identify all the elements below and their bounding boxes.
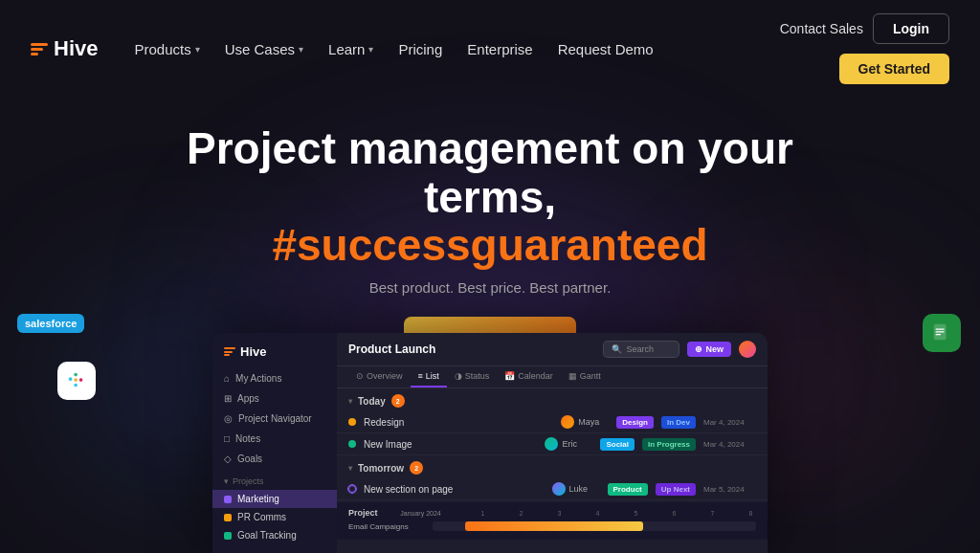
- gantt-row: Email Campaigns: [348, 521, 756, 531]
- navigator-icon: ◎: [224, 413, 233, 424]
- chevron-down-icon: ▾: [224, 476, 229, 486]
- projects-section-label: ▾ Projects: [212, 476, 337, 486]
- table-row: New Image Eric Social In Progress Mar 4,…: [337, 433, 768, 455]
- avatar: [561, 415, 574, 429]
- logo[interactable]: Hive: [31, 36, 98, 61]
- nav-left: Hive Products ▾ Use Cases ▾ Learn ▾ Pric…: [31, 35, 663, 63]
- avatar: [552, 482, 566, 496]
- sidebar-item-project-navigator[interactable]: ◎ Project Navigator: [212, 409, 337, 429]
- list-icon: ≡: [418, 371, 423, 381]
- row-assignee: Maya: [561, 415, 609, 429]
- svg-rect-4: [74, 384, 78, 387]
- nav-links: Products ▾ Use Cases ▾ Learn ▾ Pricing E…: [124, 35, 662, 63]
- status-badge: In Progress: [642, 438, 696, 451]
- app-sidebar-logo: Hive: [212, 344, 337, 368]
- tab-calendar[interactable]: 📅 Calendar: [497, 366, 561, 387]
- tag-social: Social: [600, 438, 635, 451]
- sidebar-item-my-actions[interactable]: ⌂ My Actions: [212, 368, 337, 388]
- tab-gantt[interactable]: ▦ Gantt: [561, 366, 609, 387]
- project-color-dot: [224, 496, 232, 503]
- hero-headline: Project management on your terms, #succe…: [155, 124, 825, 270]
- tab-list[interactable]: ≡ List: [411, 366, 447, 387]
- calendar-icon: 📅: [504, 371, 515, 381]
- app-search[interactable]: 🔍 Search: [603, 341, 679, 358]
- gantt-icon: ▦: [568, 371, 577, 381]
- overview-icon: ⊙: [356, 371, 364, 381]
- apps-icon: ⊞: [224, 393, 232, 404]
- sidebar-item-apps[interactable]: ⊞ Apps: [212, 388, 337, 409]
- gantt-months: January 2024 1 2 3 4 5 6 7 8 9: [378, 510, 768, 517]
- table-row: Redesign Maya Design In Dev Mar 4, 2024: [337, 411, 768, 433]
- chevron-down-icon: ▾: [299, 44, 303, 55]
- status-dot: [348, 485, 356, 493]
- hero-subheadline: Best product. Best price. Best partner.: [38, 279, 942, 296]
- login-button[interactable]: Login: [873, 13, 949, 44]
- search-icon: 🔍: [612, 344, 622, 354]
- row-assignee: Luke: [552, 482, 600, 496]
- app-content: ▾ Today 2 Redesign Maya Design In Dev Ma…: [337, 388, 768, 540]
- status-badge: Up Next: [656, 483, 696, 496]
- tomorrow-section-header[interactable]: ▾ Tomorrow 2: [337, 455, 768, 478]
- nav-pricing[interactable]: Pricing: [389, 35, 452, 63]
- nav-enterprise[interactable]: Enterprise: [457, 35, 542, 63]
- tag-product: Product: [608, 483, 648, 496]
- plus-icon: ⊕: [695, 344, 702, 354]
- app-sidebar-logo-icon: [224, 347, 235, 356]
- status-badge: In Dev: [661, 416, 696, 429]
- app-inner: Hive ⌂ My Actions ⊞ Apps ◎ Project Navig…: [212, 333, 768, 553]
- navigation: Hive Products ▾ Use Cases ▾ Learn ▾ Pric…: [0, 0, 980, 98]
- gantt-preview: Project January 2024 1 2 3 4 5 6 7 8 9: [337, 502, 768, 540]
- nav-use-cases[interactable]: Use Cases ▾: [215, 35, 313, 63]
- notes-icon: □: [224, 433, 230, 444]
- app-header-right: 🔍 Search ⊕ New: [603, 341, 756, 358]
- project-marketing[interactable]: Marketing: [212, 490, 337, 508]
- gantt-bar-container: [433, 521, 756, 531]
- chevron-down-icon: ▾: [368, 44, 373, 55]
- app-sidebar: Hive ⌂ My Actions ⊞ Apps ◎ Project Navig…: [212, 333, 337, 553]
- project-pr-comms[interactable]: PR Comms: [212, 508, 337, 526]
- avatar: [739, 341, 756, 358]
- nav-learn[interactable]: Learn ▾: [319, 35, 383, 63]
- status-dot: [348, 418, 356, 426]
- home-icon: ⌂: [224, 373, 230, 384]
- status-icon: ◑: [455, 371, 462, 381]
- chevron-down-icon: ▾: [348, 464, 352, 473]
- gantt-bar: [465, 521, 643, 531]
- nav-request-demo[interactable]: Request Demo: [548, 35, 663, 63]
- avatar: [545, 437, 558, 451]
- logo-icon: [31, 43, 48, 55]
- get-started-nav-button[interactable]: Get Started: [839, 54, 949, 84]
- chevron-down-icon: ▾: [348, 397, 352, 406]
- chevron-down-icon: ▾: [195, 44, 200, 55]
- nav-products[interactable]: Products ▾: [124, 35, 209, 63]
- project-color-dot: [224, 514, 232, 521]
- tab-status[interactable]: ◑ Status: [447, 366, 498, 387]
- project-goal-tracking[interactable]: Goal Tracking: [212, 526, 337, 544]
- app-screenshot: Hive ⌂ My Actions ⊞ Apps ◎ Project Navig…: [212, 333, 768, 553]
- today-section-header[interactable]: ▾ Today 2: [337, 388, 768, 411]
- table-row: New section on page Luke Product Up Next…: [337, 478, 768, 500]
- hero-tagline: #successguaranteed: [272, 220, 707, 270]
- project-color-dot: [224, 532, 232, 540]
- goals-icon: ◇: [224, 453, 232, 464]
- app-header: Product Launch 🔍 Search ⊕ New: [337, 333, 768, 366]
- nav-right: Contact Sales Login Get Started: [780, 13, 949, 84]
- status-dot: [348, 440, 356, 448]
- nav-right-top: Contact Sales Login: [780, 13, 949, 44]
- tag-design: Design: [616, 416, 654, 429]
- contact-sales-button[interactable]: Contact Sales: [780, 21, 863, 36]
- app-project-title: Product Launch: [348, 343, 435, 356]
- sidebar-item-notes[interactable]: □ Notes: [212, 429, 337, 449]
- app-tabs: ⊙ Overview ≡ List ◑ Status 📅 Calendar ▦: [337, 366, 768, 388]
- gantt-header: Project January 2024 1 2 3 4 5 6 7 8 9: [348, 508, 756, 518]
- sidebar-item-goals[interactable]: ◇ Goals: [212, 449, 337, 469]
- app-new-button[interactable]: ⊕ New: [687, 342, 731, 357]
- logo-text: Hive: [54, 36, 98, 61]
- app-main: Product Launch 🔍 Search ⊕ New ⊙ Ov: [337, 333, 768, 553]
- tab-overview[interactable]: ⊙ Overview: [348, 366, 411, 387]
- row-assignee: Eric: [545, 437, 592, 451]
